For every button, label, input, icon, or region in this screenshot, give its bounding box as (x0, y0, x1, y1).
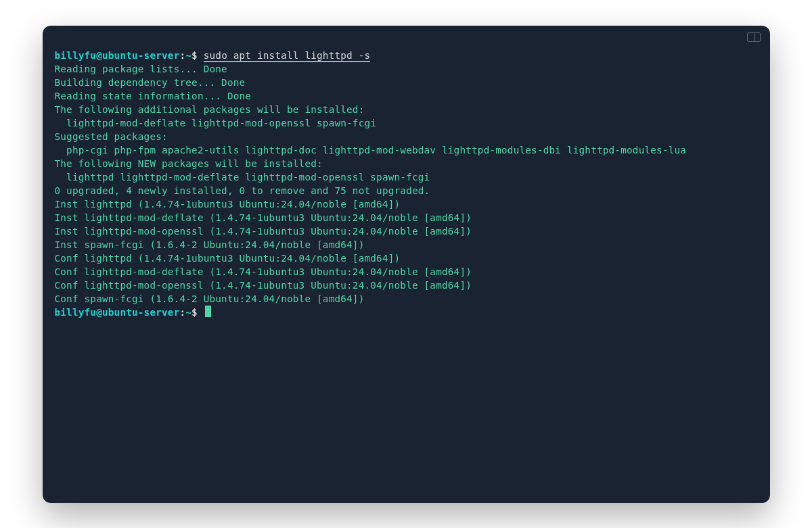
prompt-path: ~ (185, 50, 191, 61)
output-line: Conf lighttpd-mod-deflate (1.4.74-1ubunt… (55, 265, 758, 279)
prompt-line: billyfu@ubuntu-server:~$ sudo apt instal… (55, 49, 758, 62)
prompt-symbol: $ (191, 307, 198, 318)
output-line: Building dependency tree... Done (55, 76, 758, 89)
prompt-host: billyfu@ubuntu-server (55, 50, 180, 61)
prompt-sep: : (179, 307, 185, 318)
output-line: Inst lighttpd-mod-deflate (1.4.74-1ubunt… (55, 211, 758, 224)
output-line: The following additional packages will b… (55, 103, 758, 116)
output-line: Conf lighttpd (1.4.74-1ubuntu3 Ubuntu:24… (55, 251, 758, 265)
output-line: lighttpd lighttpd-mod-deflate lighttpd-m… (55, 170, 758, 184)
output-line: Conf lighttpd-mod-openssl (1.4.74-1ubunt… (55, 279, 758, 292)
output-line: Reading state information... Done (55, 89, 758, 103)
prompt-path: ~ (185, 307, 191, 318)
output-line: Inst lighttpd-mod-openssl (1.4.74-1ubunt… (55, 224, 758, 238)
prompt-line[interactable]: billyfu@ubuntu-server:~$ (55, 306, 758, 319)
output-line: 0 upgraded, 4 newly installed, 0 to remo… (55, 184, 758, 197)
output-line: Inst lighttpd (1.4.74-1ubuntu3 Ubuntu:24… (55, 197, 758, 211)
output-line: Inst spawn-fcgi (1.6.4-2 Ubuntu:24.04/no… (55, 238, 758, 251)
cursor (205, 306, 211, 317)
prompt-sep: : (179, 50, 185, 61)
command-input: sudo apt install lighttpd -s (204, 50, 371, 62)
output-line: Conf spawn-fcgi (1.6.4-2 Ubuntu:24.04/no… (55, 292, 758, 306)
prompt-symbol: $ (191, 50, 198, 61)
terminal-content[interactable]: billyfu@ubuntu-server:~$ sudo apt instal… (43, 26, 770, 331)
output-line: lighttpd-mod-deflate lighttpd-mod-openss… (55, 116, 758, 130)
output-line: The following NEW packages will be insta… (55, 157, 758, 170)
output-line: Reading package lists... Done (55, 62, 758, 76)
output-line: php-cgi php-fpm apache2-utils lighttpd-d… (55, 143, 758, 157)
prompt-host: billyfu@ubuntu-server (55, 307, 180, 318)
terminal-window[interactable]: billyfu@ubuntu-server:~$ sudo apt instal… (43, 26, 770, 503)
panes-icon[interactable] (747, 32, 761, 42)
output-line: Suggested packages: (55, 130, 758, 143)
